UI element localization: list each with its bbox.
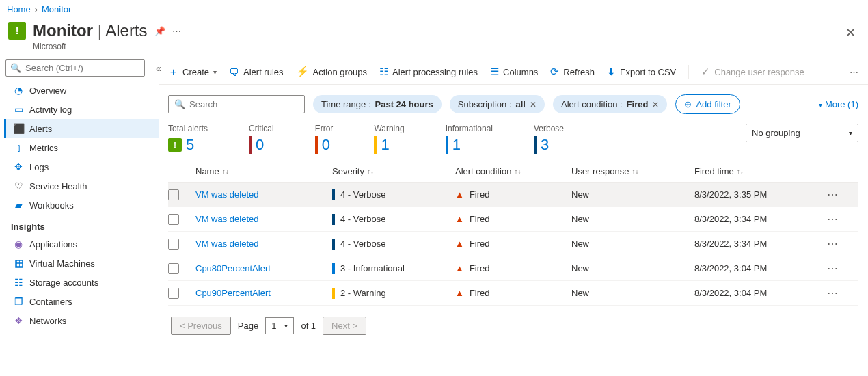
error-value: 0	[322, 136, 330, 154]
nav-icon: ▰	[13, 200, 24, 211]
sidebar-search[interactable]: 🔍	[5, 59, 145, 77]
info-value: 1	[452, 136, 461, 154]
column-name[interactable]: Name↑↓	[195, 166, 332, 176]
sidebar-item-overview[interactable]: ◔Overview	[4, 81, 159, 100]
sidebar-item-applications[interactable]: ◉Applications	[4, 234, 159, 254]
row-checkbox[interactable]	[168, 263, 179, 274]
sort-icon: ↑↓	[367, 167, 374, 175]
alert-name-link[interactable]: VM was deleted	[195, 189, 259, 200]
alert-name-link[interactable]: Cpu80PercentAlert	[195, 263, 271, 273]
page-select[interactable]: 1▾	[265, 317, 294, 334]
toolbar-more-icon[interactable]: ⋯	[850, 67, 858, 77]
insights-header: Insights	[4, 215, 159, 234]
row-more-icon[interactable]: ⋯	[811, 262, 838, 275]
alert-name-link[interactable]: VM was deleted	[195, 214, 259, 224]
column-condition[interactable]: Alert condition↑↓	[455, 166, 571, 176]
severity-text: 4 - Verbose	[340, 214, 386, 224]
page-value: 1	[271, 321, 276, 331]
cond-label: Alert condition :	[561, 99, 623, 109]
verbose-value: 3	[541, 136, 549, 154]
fired-time-text: 8/3/2022, 3:34 PM	[694, 214, 811, 224]
alert-rules-button[interactable]: 🗨Alert rules	[229, 66, 284, 78]
clear-icon[interactable]: ✕	[652, 100, 659, 109]
main-content: ＋Create▾ 🗨Alert rules ⚡Action groups ☷Al…	[159, 59, 868, 346]
summary-warning[interactable]: Warning 1	[374, 124, 404, 154]
sidebar-item-storage-accounts[interactable]: ☷Storage accounts	[4, 273, 159, 292]
row-checkbox[interactable]	[168, 288, 179, 299]
grouping-dropdown[interactable]: No grouping ▾	[746, 124, 858, 142]
nav-label: Activity log	[29, 105, 72, 115]
sidebar-item-workbooks[interactable]: ▰Workbooks	[4, 196, 159, 215]
alert-processing-button[interactable]: ☷Alert processing rules	[379, 66, 478, 78]
action-groups-button[interactable]: ⚡Action groups	[296, 66, 368, 78]
chevron-down-icon: ▾	[819, 101, 822, 109]
columns-button[interactable]: ☰Columns	[490, 66, 538, 78]
row-checkbox[interactable]	[168, 214, 179, 225]
close-icon[interactable]: ✕	[841, 21, 860, 44]
total-label: Total alerts	[168, 124, 208, 133]
action-groups-icon: ⚡	[296, 66, 309, 78]
row-more-icon[interactable]: ⋯	[811, 237, 838, 250]
info-bar-icon	[446, 136, 448, 154]
condition-pill[interactable]: Alert condition : Fired✕	[553, 95, 667, 113]
plus-icon: ＋	[168, 66, 178, 79]
sidebar-search-input[interactable]	[25, 63, 140, 73]
summary-total[interactable]: Total alerts !5	[168, 124, 208, 154]
column-response[interactable]: User response↑↓	[571, 166, 694, 176]
breadcrumb-monitor[interactable]: Monitor	[42, 4, 71, 14]
table-row[interactable]: VM was deleted4 - Verbose▲FiredNew8/3/20…	[168, 207, 858, 232]
alert-name-link[interactable]: VM was deleted	[195, 239, 259, 249]
row-checkbox[interactable]	[168, 239, 179, 250]
breadcrumb-home[interactable]: Home	[7, 4, 31, 14]
critical-bar-icon	[249, 136, 252, 154]
more-filters-link[interactable]: ▾ More (1)	[819, 99, 858, 109]
filter-search[interactable]: 🔍	[168, 95, 305, 113]
col-fired-label: Fired time	[694, 166, 734, 176]
nav-icon: ⬛	[13, 123, 24, 134]
alert-name-link[interactable]: Cpu90PercentAlert	[195, 288, 271, 298]
filters-row: 🔍 Time range : Past 24 hours Subscriptio…	[159, 85, 868, 124]
table-row[interactable]: Cpu80PercentAlert3 - Informational▲Fired…	[168, 256, 858, 281]
summary-error[interactable]: Error 0	[315, 124, 334, 154]
time-range-pill[interactable]: Time range : Past 24 hours	[313, 95, 442, 113]
summary-informational[interactable]: Informational 1	[446, 124, 493, 154]
column-fired[interactable]: Fired time↑↓	[694, 166, 811, 176]
sub-label: Subscription :	[458, 99, 512, 109]
sidebar-item-alerts[interactable]: ⬛Alerts	[4, 119, 159, 138]
create-button[interactable]: ＋Create▾	[168, 66, 217, 79]
sidebar-item-activity-log[interactable]: ▭Activity log	[4, 100, 159, 119]
of-label: of 1	[301, 321, 316, 331]
sidebar-item-metrics[interactable]: ⫿Metrics	[4, 138, 159, 157]
row-more-icon[interactable]: ⋯	[811, 188, 838, 201]
sidebar-item-service-health[interactable]: ♡Service Health	[4, 176, 159, 196]
pin-icon[interactable]: 📌	[154, 26, 165, 36]
filter-search-input[interactable]	[189, 99, 304, 109]
add-filter-button[interactable]: ⊕Add filter	[675, 94, 740, 114]
alert-processing-label: Alert processing rules	[392, 67, 478, 77]
sidebar-item-containers[interactable]: ❒Containers	[4, 292, 159, 311]
row-checkbox[interactable]	[168, 189, 179, 200]
summary-verbose[interactable]: Verbose 3	[534, 124, 564, 154]
column-severity[interactable]: Severity↑↓	[332, 166, 455, 176]
clear-icon[interactable]: ✕	[530, 100, 537, 109]
download-icon: ⬇	[607, 66, 616, 78]
table-row[interactable]: VM was deleted4 - Verbose▲FiredNew8/3/20…	[168, 232, 858, 256]
refresh-button[interactable]: ⟳Refresh	[550, 66, 595, 78]
sidebar-item-virtual-machines[interactable]: ▦Virtual Machines	[4, 254, 159, 273]
subscription-pill[interactable]: Subscription : all✕	[450, 95, 545, 113]
response-text: New	[571, 288, 694, 298]
more-icon[interactable]: ⋯	[172, 26, 181, 36]
nav-icon: ❒	[13, 296, 24, 307]
export-button[interactable]: ⬇Export to CSV	[607, 66, 676, 78]
sidebar-item-logs[interactable]: ✥Logs	[4, 157, 159, 176]
summary-critical[interactable]: Critical 0	[249, 124, 274, 154]
nav-label: Metrics	[29, 143, 58, 153]
row-more-icon[interactable]: ⋯	[811, 213, 838, 226]
table-row[interactable]: VM was deleted4 - Verbose▲FiredNew8/3/20…	[168, 183, 858, 207]
nav-label: Service Health	[29, 181, 87, 191]
nav-icon: ▭	[13, 104, 24, 115]
severity-bar-icon	[332, 239, 335, 250]
row-more-icon[interactable]: ⋯	[811, 286, 838, 299]
sidebar-item-networks[interactable]: ❖Networks	[4, 311, 159, 330]
table-row[interactable]: Cpu90PercentAlert2 - Warning▲FiredNew8/3…	[168, 281, 858, 306]
